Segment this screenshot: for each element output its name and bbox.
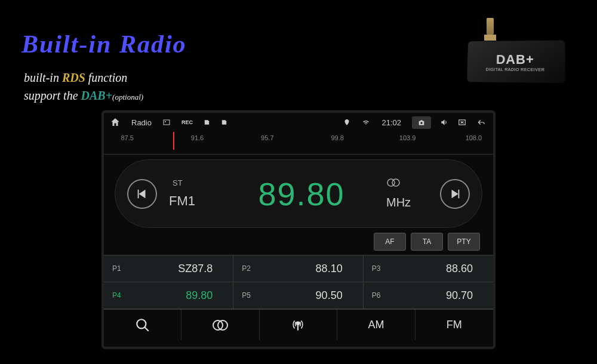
broadcast-button[interactable] (260, 310, 337, 340)
fm-button[interactable]: FM (416, 310, 493, 340)
next-button[interactable] (440, 179, 470, 209)
stereo-label: ST (173, 178, 183, 187)
promo-optional: (optional) (112, 92, 143, 101)
preset-num: P3 (372, 264, 384, 273)
preset-value: 90.50 (269, 289, 354, 302)
tick: 95.7 (261, 134, 273, 141)
tuner-panel: ST FM1 89.80 MHz (115, 159, 482, 228)
preset-num: P2 (242, 264, 254, 273)
am-button[interactable]: AM (337, 310, 415, 340)
promo-subtitle: built-in RDS function support the DAB+(o… (24, 69, 143, 104)
volume-icon[interactable] (439, 118, 449, 127)
ta-button[interactable]: TA (411, 233, 443, 251)
preset-num: P4 (112, 291, 124, 300)
promo-rds: RDS (62, 71, 85, 84)
app-name: Radio (131, 118, 152, 127)
preset-value: SZ87.8 (140, 263, 224, 275)
preset-p6[interactable]: P690.70 (364, 282, 493, 309)
presets-grid: P1SZ87.8P288.10P388.60P489.80P590.50P690… (104, 255, 493, 309)
dab-device-image: DAB+ DIGITAL RADIO RECEIVER (466, 18, 573, 90)
clock-time: 21:02 (381, 118, 401, 127)
rec-icon: REC (181, 119, 193, 125)
antenna-icon (487, 18, 494, 35)
device-brand: DAB+ (496, 51, 534, 67)
promo-text: support the (24, 89, 81, 102)
promo-title: Built-in Radio (21, 30, 187, 58)
close-box-icon[interactable] (457, 118, 467, 127)
svg-point-9 (297, 322, 300, 325)
device-sub: DIGITAL RADIO RECEIVER (486, 67, 545, 71)
preset-num: P1 (112, 264, 124, 273)
svg-point-6 (137, 319, 146, 328)
svg-point-5 (392, 179, 399, 186)
af-button[interactable]: AF (374, 233, 406, 251)
preset-value: 88.10 (269, 263, 354, 275)
sd2-icon (221, 118, 227, 127)
radio-screen: Radio REC 21:02 (101, 110, 496, 349)
pty-button[interactable]: PTY (448, 233, 480, 251)
back-icon[interactable] (475, 118, 487, 127)
preset-p1[interactable]: P1SZ87.8 (104, 255, 233, 282)
bottom-bar: AM FM (104, 309, 493, 340)
tick: 87.5 (121, 134, 133, 141)
sd-icon (204, 118, 210, 127)
preset-num: P6 (372, 291, 384, 300)
tick: 108.0 (466, 134, 482, 141)
wifi-icon (361, 119, 371, 126)
stereo-button[interactable] (181, 310, 259, 340)
promo-text: built-in (24, 71, 62, 84)
promo-text: function (85, 71, 128, 84)
svg-rect-0 (164, 120, 170, 125)
svg-point-2 (420, 122, 422, 124)
dab-box: DAB+ DIGITAL RADIO RECEIVER (467, 40, 565, 83)
options-row: AF TA PTY (104, 228, 493, 255)
tuner-needle (173, 132, 174, 150)
prev-button[interactable] (127, 179, 157, 209)
preset-p3[interactable]: P388.60 (364, 255, 493, 282)
status-bar: Radio REC 21:02 (104, 113, 493, 132)
frequency-display: 89.80 (229, 175, 374, 212)
preset-num: P5 (242, 291, 254, 300)
location-icon (343, 118, 350, 127)
home-icon[interactable] (110, 117, 121, 128)
preset-value: 90.70 (399, 289, 485, 302)
tick: 99.8 (331, 134, 343, 141)
band-label: FM1 (169, 193, 195, 209)
preset-value: 89.80 (140, 289, 224, 302)
preset-p5[interactable]: P590.50 (233, 282, 363, 309)
preset-p4[interactable]: P489.80 (104, 282, 233, 309)
unit-label: MHz (386, 196, 411, 209)
tick: 103.9 (399, 134, 416, 141)
svg-point-1 (165, 121, 166, 122)
tick: 91.6 (191, 134, 204, 141)
preset-value: 88.60 (399, 263, 485, 275)
preset-p2[interactable]: P288.10 (233, 255, 363, 282)
frequency-scale[interactable]: 87.5 91.6 95.7 99.8 103.9 108.0 (104, 132, 493, 155)
image-icon (162, 119, 171, 126)
promo-dab: DAB+ (81, 89, 113, 102)
stereo-icon (386, 178, 401, 190)
camera-icon[interactable] (412, 116, 431, 129)
search-button[interactable] (104, 310, 181, 340)
